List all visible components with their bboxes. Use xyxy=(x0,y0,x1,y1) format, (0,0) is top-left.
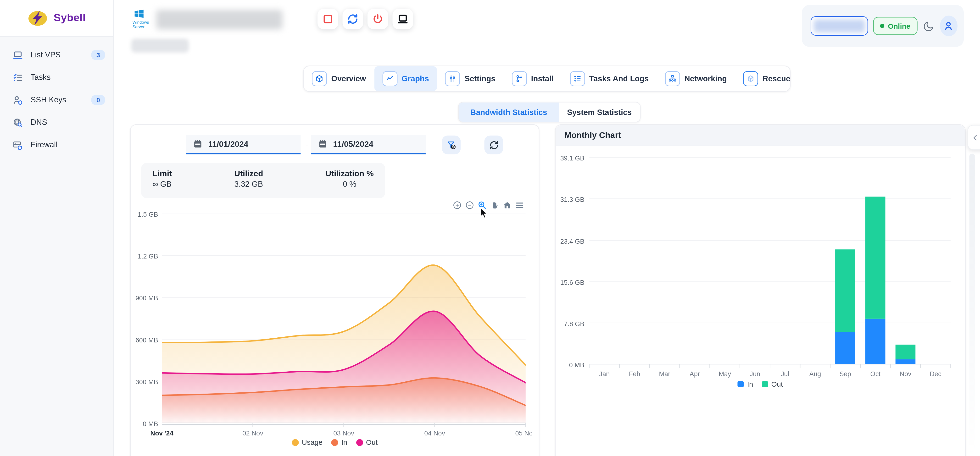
app-viewport: List VPS3TasksSSH Keys0DNSFirewall Sybel… xyxy=(0,0,980,456)
x-tick-label: Jul xyxy=(781,370,789,377)
legend-item-in[interactable]: In xyxy=(738,380,753,388)
user-shield-icon xyxy=(13,95,23,105)
monthly-chart-title: Monthly Chart xyxy=(565,130,621,140)
ip-blur xyxy=(813,19,865,33)
y-tick-label: 300 MB xyxy=(130,378,158,385)
os-label: Windows Server xyxy=(132,20,154,29)
y-tick-label: 23.4 GB xyxy=(557,237,584,245)
tab-overview[interactable]: Overview xyxy=(304,66,374,91)
tab-install[interactable]: Install xyxy=(504,66,562,91)
sidebar-item-label: SSH Keys xyxy=(30,95,91,105)
summary-label: Utilized xyxy=(234,168,263,178)
legend-label: In xyxy=(747,380,753,388)
legend-marker-icon xyxy=(738,381,744,387)
statistics-subtabs: Bandwidth StatisticsSystem Statistics xyxy=(458,102,641,122)
x-tick-label: Apr xyxy=(690,370,700,377)
side-panel-toggle[interactable] xyxy=(967,125,980,150)
sybell-logo-icon xyxy=(27,10,49,27)
bandwidth-chart-svg[interactable] xyxy=(162,213,526,430)
scrollbar[interactable] xyxy=(969,154,975,454)
moon-icon xyxy=(922,20,935,32)
laptop-icon xyxy=(13,50,23,60)
monthly-card-header: Monthly Chart xyxy=(555,125,965,146)
refresh-chart-button[interactable] xyxy=(484,135,503,154)
server-name-redacted xyxy=(156,10,283,29)
console-icon xyxy=(397,13,409,25)
subtab-bandwidth-statistics[interactable]: Bandwidth Statistics xyxy=(459,102,558,122)
y-tick-label: 900 MB xyxy=(130,294,158,302)
tab-settings[interactable]: Settings xyxy=(437,66,504,91)
selection-zoom-button[interactable] xyxy=(477,201,487,210)
power-button[interactable] xyxy=(368,9,388,29)
summary-limit: Limit∞ GB xyxy=(153,168,172,192)
x-tick-label: Feb xyxy=(629,370,640,377)
legend-label: Out xyxy=(772,380,783,388)
tab-label: Graphs xyxy=(402,75,429,83)
legend-item-usage[interactable]: Usage xyxy=(292,439,323,446)
chevron-left-icon xyxy=(968,133,980,142)
zoom-out-button[interactable] xyxy=(465,201,474,210)
os-block: Windows Server xyxy=(132,8,151,29)
tab-label: Rescue Mode xyxy=(762,75,791,83)
sidebar-item-tasks[interactable]: Tasks xyxy=(0,66,114,89)
calendar-icon xyxy=(193,140,202,149)
menu-button[interactable] xyxy=(515,201,524,210)
legend-item-out[interactable]: Out xyxy=(356,439,377,446)
bar-out-sep xyxy=(835,249,855,332)
globe-search-icon xyxy=(13,117,23,128)
legend-marker-icon xyxy=(762,381,768,387)
tab-rescue-mode[interactable]: Rescue Mode xyxy=(735,66,791,91)
server-status-redacted xyxy=(131,39,189,52)
sidebar-item-dns[interactable]: DNS xyxy=(0,111,114,133)
date-from-input[interactable]: 11/01/2024 xyxy=(186,135,301,154)
x-tick-label: Aug xyxy=(810,370,821,377)
summary-value: ∞ GB xyxy=(153,180,172,189)
user-avatar-button[interactable] xyxy=(940,16,958,36)
sidebar-item-list-vps[interactable]: List VPS3 xyxy=(0,44,114,66)
calendar-icon xyxy=(318,140,328,149)
date-to-input[interactable]: 11/05/2024 xyxy=(311,135,426,154)
monthly-chart-svg[interactable] xyxy=(589,147,951,370)
apply-filter-button[interactable] xyxy=(442,135,461,154)
filter-check-icon xyxy=(446,140,457,150)
home-button[interactable] xyxy=(503,201,512,210)
y-tick-label: 0 MB xyxy=(130,419,158,427)
tab-networking[interactable]: Networking xyxy=(657,66,735,91)
sidebar-item-label: List VPS xyxy=(30,51,91,60)
date-range-separator: - xyxy=(303,135,310,154)
summary-value: 3.32 GB xyxy=(234,180,263,189)
bandwidth-x-axis: Nov '2402 Nov03 Nov04 Nov05 Nov xyxy=(130,429,532,439)
sidebar-item-ssh-keys[interactable]: SSH Keys0 xyxy=(0,89,114,111)
status-badge: Online xyxy=(873,17,917,35)
tab-graphs[interactable]: Graphs xyxy=(374,66,437,91)
y-tick-label: 0 MB xyxy=(557,361,584,369)
restart-button[interactable] xyxy=(343,9,363,29)
zoom-in-button[interactable] xyxy=(452,201,462,210)
y-tick-label: 7.8 GB xyxy=(557,320,584,327)
stop-button[interactable] xyxy=(318,9,338,29)
sidebar-nav: List VPS3TasksSSH Keys0DNSFirewall xyxy=(0,44,114,156)
page-tabs: OverviewGraphsSettingsInstallTasks And L… xyxy=(303,65,791,92)
sidebar-item-firewall[interactable]: Firewall xyxy=(0,133,114,156)
dark-mode-toggle[interactable] xyxy=(922,20,935,32)
x-tick-label: 05 Nov xyxy=(515,429,532,437)
console-button[interactable] xyxy=(392,9,413,29)
tab-tasks-and-logs[interactable]: Tasks And Logs xyxy=(562,66,657,91)
sidebar-item-label: DNS xyxy=(30,118,105,127)
brand-logo[interactable]: Sybell xyxy=(0,0,113,37)
legend-item-in[interactable]: In xyxy=(331,439,347,446)
pan-button[interactable] xyxy=(490,201,500,210)
sidebar: List VPS3TasksSSH Keys0DNSFirewall xyxy=(0,0,114,456)
x-tick-label: Jun xyxy=(749,370,760,377)
user-icon xyxy=(943,20,955,32)
ip-address-redacted[interactable] xyxy=(811,16,868,36)
brand-name: Sybell xyxy=(54,12,86,24)
y-tick-label: 600 MB xyxy=(130,336,158,343)
legend-item-out[interactable]: Out xyxy=(762,380,783,388)
bar-out-nov xyxy=(896,345,916,359)
sidebar-item-label: Firewall xyxy=(30,141,105,149)
bar-in-nov xyxy=(896,359,916,364)
networking-icon xyxy=(665,71,680,86)
x-tick-label: May xyxy=(719,370,731,377)
subtab-system-statistics[interactable]: System Statistics xyxy=(558,102,640,122)
